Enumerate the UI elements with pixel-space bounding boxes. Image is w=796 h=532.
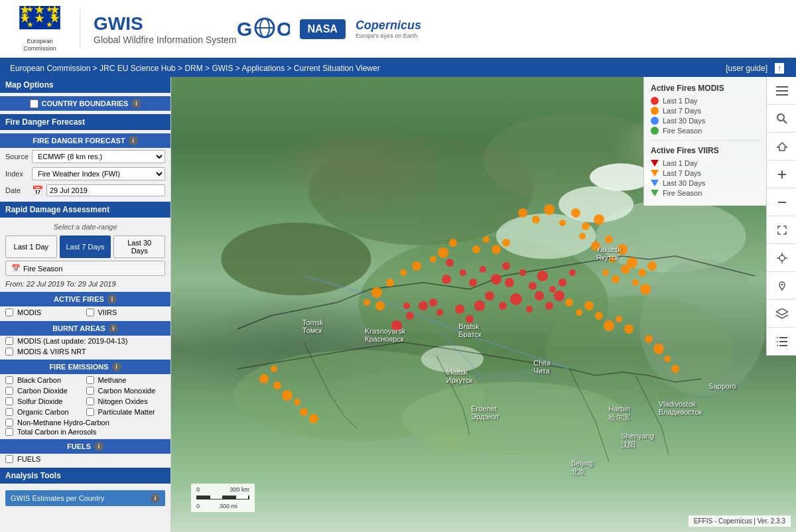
svg-marker-113: [777, 143, 787, 151]
modis-checkbox[interactable]: [5, 308, 13, 316]
country-boundaries-checkbox[interactable]: [30, 100, 38, 108]
breadcrumb-bar: European Commission > JRC EU Science Hub…: [0, 60, 796, 77]
date-range-info: From: 22 Jul 2019 To: 29 Jul 2019: [0, 279, 170, 289]
svg-point-42: [526, 306, 533, 312]
source-row: Source ECMWF (8 km res.): [0, 148, 170, 165]
modis-viirs-nrt-checkbox[interactable]: [5, 348, 13, 356]
svg-text:O: O: [277, 18, 290, 40]
fire-danger-info[interactable]: i: [129, 136, 138, 145]
svg-point-82: [438, 247, 448, 258]
map-options-content: COUNTRY BOUNDARIES i: [0, 93, 170, 114]
carbon-dioxide-checkbox[interactable]: [5, 387, 13, 395]
svg-point-32: [491, 274, 501, 285]
organic-carbon-checkbox[interactable]: [5, 408, 13, 416]
attribution: EFFIS - Copernicus | Ver. 2.3.3: [689, 515, 791, 527]
svg-rect-108: [776, 86, 788, 88]
location-btn[interactable]: [767, 272, 796, 300]
analysis-tools-header: Analysis Tools: [0, 468, 170, 484]
particulate-matter-checkbox[interactable]: [86, 408, 94, 416]
svg-point-45: [474, 300, 485, 311]
svg-point-68: [609, 256, 616, 263]
crosshair-btn[interactable]: [767, 244, 796, 272]
main-layout: Map Options COUNTRY BOUNDARIES i Fire Da…: [0, 77, 796, 532]
logo-area: ★ ★ ★ ★ ★ ★ ★ ★ ★ ★ ★ ★ European Commiss…: [13, 6, 237, 52]
zoom-in-btn[interactable]: [767, 161, 796, 188]
fuels-item-row: FUELS: [0, 454, 170, 464]
black-carbon-checkbox[interactable]: [5, 376, 13, 384]
calendar-icon[interactable]: 📅: [32, 185, 43, 196]
active-fires-info[interactable]: i: [107, 295, 117, 304]
fuels-checkbox[interactable]: [5, 455, 13, 463]
active-fires-modis-title: Active Fires MODIS: [651, 84, 760, 93]
gwis-estimates-info[interactable]: i: [151, 494, 160, 503]
legend-modis-last30days: Last 30 Days: [651, 117, 760, 125]
source-select[interactable]: ECMWF (8 km res.): [32, 150, 165, 163]
fire-season-btn[interactable]: 📅 Fire Season: [5, 261, 165, 276]
total-carbon-row: Total Carbon in Aerosols: [0, 427, 170, 436]
gwis-estimates-btn[interactable]: GWIS Estimates per Country i: [5, 490, 165, 506]
fullscreen-btn[interactable]: [767, 216, 796, 244]
active-fires-checkboxes: MODIS VIIRS: [0, 306, 170, 318]
carbon-monoxide-checkbox[interactable]: [86, 387, 94, 395]
svg-point-63: [594, 214, 604, 225]
organic-carbon-row: Organic Carbon: [5, 407, 85, 417]
svg-point-92: [584, 301, 594, 310]
svg-point-88: [364, 299, 370, 306]
fire-emissions-info[interactable]: i: [112, 362, 121, 371]
index-select[interactable]: Fire Weather Index (FWI): [32, 167, 165, 180]
svg-point-86: [386, 279, 394, 287]
rapid-damage-header: Rapid Damage Assessment: [0, 202, 170, 218]
carbon-dioxide-row: Carbon Dioxide: [5, 386, 85, 395]
svg-point-96: [624, 324, 633, 334]
svg-point-64: [579, 233, 586, 239]
svg-point-80: [502, 239, 510, 247]
non-methane-checkbox[interactable]: [5, 419, 13, 427]
svg-point-103: [273, 381, 281, 389]
map-container[interactable]: YakutskЯкутск TomskТомск KrasnoyarskКрас…: [171, 77, 796, 532]
svg-point-67: [617, 244, 628, 255]
burnt-areas-info[interactable]: i: [109, 324, 118, 333]
svg-point-52: [559, 279, 566, 287]
breadcrumb-path[interactable]: European Commission > JRC EU Science Hub…: [10, 64, 380, 73]
svg-point-127: [777, 337, 778, 338]
date-input[interactable]: [46, 184, 165, 196]
svg-point-111: [777, 114, 784, 121]
zoom-out-btn[interactable]: [767, 188, 796, 216]
svg-point-29: [442, 275, 451, 284]
viirs-checkbox[interactable]: [86, 308, 94, 316]
modis-checkbox-row: MODIS: [5, 308, 85, 317]
fuels-info[interactable]: i: [94, 442, 103, 451]
modis-burnt-checkbox[interactable]: [5, 337, 13, 345]
map-options-header: Map Options: [0, 77, 170, 93]
user-guide-link[interactable]: [user guide] ↑: [724, 63, 786, 74]
svg-point-95: [616, 316, 622, 322]
menu-btn[interactable]: [767, 77, 796, 105]
modis-viirs-nrt-row: MODIS & VIIRS NRT: [0, 346, 170, 357]
sulfur-dioxide-checkbox[interactable]: [5, 397, 13, 405]
svg-text:★: ★: [27, 19, 34, 29]
layers-btn[interactable]: [767, 300, 796, 328]
svg-point-83: [449, 239, 457, 247]
svg-text:G: G: [237, 18, 252, 40]
list-btn[interactable]: [767, 328, 796, 356]
svg-point-100: [671, 365, 679, 373]
svg-text:★: ★: [46, 6, 53, 14]
nitrogen-oxides-checkbox[interactable]: [86, 397, 94, 405]
svg-point-122: [781, 283, 783, 285]
last-30-days-btn[interactable]: Last 30 Days: [113, 235, 165, 258]
svg-point-56: [554, 291, 564, 301]
last-1-day-btn[interactable]: Last 1 Day: [5, 235, 57, 258]
svg-text:★: ★: [46, 19, 53, 29]
country-boundaries-info[interactable]: i: [131, 99, 141, 108]
svg-point-41: [510, 293, 522, 305]
fire-danger-header: Fire Danger Forecast: [0, 114, 170, 130]
home-btn[interactable]: [767, 133, 796, 161]
svg-point-58: [532, 216, 540, 224]
search-btn[interactable]: [767, 105, 796, 133]
svg-rect-125: [779, 341, 787, 342]
scale-bar: 0300 km 0 300 mi: [191, 484, 255, 512]
methane-checkbox[interactable]: [86, 376, 94, 384]
total-carbon-checkbox[interactable]: [5, 428, 13, 436]
legend-viirs-fire-season: Fire Season: [651, 189, 760, 197]
last-7-days-btn[interactable]: Last 7 Days: [60, 235, 111, 258]
